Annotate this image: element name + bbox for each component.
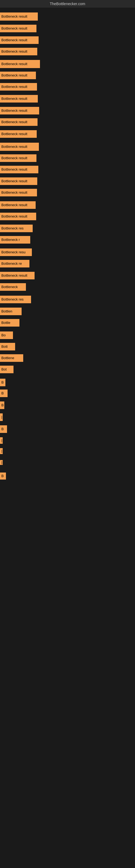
bottleneck-bar: |	[0, 448, 3, 454]
bottleneck-bar: Bottleneck result	[0, 201, 36, 209]
bottleneck-bar: Bottleneck result	[0, 143, 39, 151]
bottleneck-bar: Bottleneck result	[0, 83, 37, 91]
bottleneck-bar: Bottleneck resu	[0, 248, 32, 256]
bottleneck-bar: Bottleneck r	[0, 236, 30, 244]
bottleneck-bar: Bottleneck result	[0, 154, 37, 162]
bottleneck-bar: Bottleneck res	[0, 296, 31, 303]
bottleneck-bar: Bottleneck result	[0, 130, 37, 138]
bottleneck-bar: Bottleneck result	[0, 107, 39, 115]
bottleneck-bar: Bottleneck result	[0, 95, 38, 102]
bottleneck-bar: Bottleneck result	[0, 118, 38, 126]
bottleneck-bar: Bottleneck result	[0, 72, 36, 79]
bottleneck-bar: Bottleneck result	[0, 48, 37, 55]
bottleneck-bar: Bottleneck	[0, 283, 26, 291]
bottleneck-bar: Bottleneck result	[0, 166, 38, 173]
bottleneck-bar: |	[0, 413, 3, 421]
bottleneck-bar: |	[0, 460, 3, 465]
bottleneck-bar: Bottleneck result	[0, 177, 37, 185]
bottleneck-bar: Bottlene	[0, 354, 23, 362]
bottleneck-bar: Bottleneck result	[0, 272, 35, 279]
bottleneck-bar: Bottle	[0, 319, 19, 327]
bottleneck-bar: B	[0, 472, 6, 479]
bottleneck-bar: Bottlen	[0, 308, 21, 315]
bottleneck-bar: Bottleneck result	[0, 213, 36, 220]
bottleneck-bar: Bottleneck result	[0, 189, 37, 196]
bottleneck-bar: Bottleneck result	[0, 60, 40, 68]
bottleneck-bar: Bottleneck result	[0, 36, 39, 44]
bottleneck-bar: Bott	[0, 343, 15, 350]
bars-container: Bottleneck resultBottleneck resultBottle…	[0, 8, 135, 862]
bottleneck-bar: B	[0, 401, 4, 409]
site-title: TheBottlenecker.com	[0, 0, 135, 8]
bottleneck-bar: B	[0, 390, 8, 397]
bottleneck-bar: B	[0, 425, 7, 433]
bottleneck-bar: Bot	[0, 366, 13, 373]
bottleneck-bar: B	[0, 379, 5, 386]
bottleneck-bar: Bottleneck res	[0, 225, 33, 232]
bottleneck-bar: Bottleneck re	[0, 260, 30, 268]
bottleneck-bar: Bo	[0, 332, 13, 339]
bottleneck-bar: Bottleneck result	[0, 25, 37, 32]
bottleneck-bar: |	[0, 437, 3, 444]
bottleneck-bar: Bottleneck result	[0, 12, 38, 21]
